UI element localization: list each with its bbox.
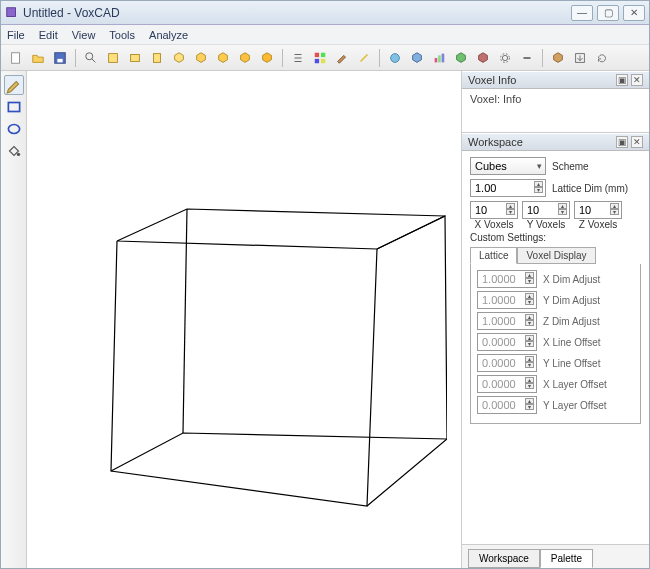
window-buttons: — ▢ ✕ [571, 5, 645, 21]
box-icon[interactable] [548, 48, 568, 68]
rectangle-tool-icon[interactable] [4, 97, 24, 117]
voxel-info-content: Voxel: Info [462, 89, 649, 133]
ellipse-tool-icon[interactable] [4, 119, 24, 139]
tab-palette-bottom[interactable]: Palette [540, 549, 593, 568]
tab-workspace-bottom[interactable]: Workspace [468, 549, 540, 568]
setting-input-5[interactable]: 0.0000▴▾ [477, 375, 537, 393]
view-top-icon[interactable] [103, 48, 123, 68]
setting-label-3: X Line Offset [543, 337, 601, 348]
zoom-icon[interactable] [81, 48, 101, 68]
y-voxels-input[interactable]: 10▴▾ [522, 201, 570, 219]
tab-lattice[interactable]: Lattice [470, 247, 517, 264]
x-voxels-label: X Voxels [470, 219, 518, 230]
main-toolbar [1, 45, 649, 71]
sim-icon[interactable] [407, 48, 427, 68]
workspace-body: Cubes Scheme 1.00▴▾ Lattice Dim (mm) 10▴… [462, 151, 649, 544]
x-voxels-input[interactable]: 10▴▾ [470, 201, 518, 219]
wireframe-cube [67, 161, 447, 521]
minimize-button[interactable]: — [571, 5, 593, 21]
view-iso3-icon[interactable] [213, 48, 233, 68]
physics-icon[interactable] [385, 48, 405, 68]
svg-point-26 [16, 153, 19, 156]
open-file-icon[interactable] [28, 48, 48, 68]
setting-label-4: Y Line Offset [543, 358, 600, 369]
gear-icon[interactable] [495, 48, 515, 68]
tab-voxel-display[interactable]: Voxel Display [517, 247, 595, 264]
cube-multi-icon[interactable] [473, 48, 493, 68]
svg-rect-3 [57, 58, 62, 62]
svg-rect-6 [109, 53, 118, 62]
view-iso4-icon[interactable] [235, 48, 255, 68]
svg-rect-15 [321, 58, 325, 62]
svg-rect-7 [131, 54, 140, 61]
bucket-tool-icon[interactable] [4, 141, 24, 161]
dock-icon[interactable]: ▣ [616, 136, 628, 148]
svg-point-17 [391, 53, 400, 62]
z-voxels-input[interactable]: 10▴▾ [574, 201, 622, 219]
voxel-info-title: Voxel Info [468, 74, 516, 86]
dock-icon[interactable]: ▣ [616, 74, 628, 86]
lattice-dim-input[interactable]: 1.00▴▾ [470, 179, 546, 197]
menu-view[interactable]: View [72, 29, 96, 41]
lattice-tab-body: 1.0000▴▾X Dim Adjust1.0000▴▾Y Dim Adjust… [470, 264, 641, 424]
svg-rect-12 [315, 52, 319, 56]
setting-input-6[interactable]: 0.0000▴▾ [477, 396, 537, 414]
menu-edit[interactable]: Edit [39, 29, 58, 41]
viewport-canvas[interactable] [27, 71, 461, 568]
brush-icon[interactable] [332, 48, 352, 68]
setting-input-4[interactable]: 0.0000▴▾ [477, 354, 537, 372]
close-button[interactable]: ✕ [623, 5, 645, 21]
voxel-info-header: Voxel Info ▣ ✕ [462, 71, 649, 89]
maximize-button[interactable]: ▢ [597, 5, 619, 21]
workspace-title: Workspace [468, 136, 523, 148]
svg-line-5 [92, 58, 96, 62]
refresh-icon[interactable] [592, 48, 612, 68]
palette-icon[interactable] [310, 48, 330, 68]
menu-tools[interactable]: Tools [109, 29, 135, 41]
view-iso5-icon[interactable] [257, 48, 277, 68]
view-front-icon[interactable] [125, 48, 145, 68]
setting-label-0: X Dim Adjust [543, 274, 600, 285]
setting-input-0[interactable]: 1.0000▴▾ [477, 270, 537, 288]
menu-analyze[interactable]: Analyze [149, 29, 188, 41]
setting-label-1: Y Dim Adjust [543, 295, 600, 306]
pencil-tool-icon[interactable] [4, 75, 24, 95]
scheme-select[interactable]: Cubes [470, 157, 546, 175]
new-file-icon[interactable] [6, 48, 26, 68]
export-icon[interactable] [570, 48, 590, 68]
app-window: Untitled - VoxCAD — ▢ ✕ File Edit View T… [0, 0, 650, 569]
link-icon[interactable] [517, 48, 537, 68]
lattice-dim-label: Lattice Dim (mm) [552, 183, 628, 194]
svg-rect-0 [7, 7, 16, 16]
setting-input-1[interactable]: 1.0000▴▾ [477, 291, 537, 309]
y-voxels-label: Y Voxels [522, 219, 570, 230]
window-title: Untitled - VoxCAD [23, 6, 571, 20]
wand-icon[interactable] [354, 48, 374, 68]
list-icon[interactable] [288, 48, 308, 68]
setting-input-2[interactable]: 1.0000▴▾ [477, 312, 537, 330]
view-side-icon[interactable] [147, 48, 167, 68]
svg-rect-20 [442, 53, 445, 62]
svg-rect-14 [315, 58, 319, 62]
menubar: File Edit View Tools Analyze [1, 25, 649, 45]
svg-rect-13 [321, 52, 325, 56]
menu-file[interactable]: File [7, 29, 25, 41]
svg-point-4 [86, 52, 93, 59]
close-panel-icon[interactable]: ✕ [631, 74, 643, 86]
setting-label-6: Y Layer Offset [543, 400, 607, 411]
right-panel: Voxel Info ▣ ✕ Voxel: Info Workspace ▣ ✕… [461, 71, 649, 568]
view-iso2-icon[interactable] [191, 48, 211, 68]
svg-rect-1 [12, 52, 20, 63]
save-file-icon[interactable] [50, 48, 70, 68]
close-panel-icon[interactable]: ✕ [631, 136, 643, 148]
setting-input-3[interactable]: 0.0000▴▾ [477, 333, 537, 351]
scheme-label: Scheme [552, 161, 589, 172]
z-voxels-label: Z Voxels [574, 219, 622, 230]
chart-icon[interactable] [429, 48, 449, 68]
bottom-tabs: Workspace Palette [462, 544, 649, 568]
view-iso1-icon[interactable] [169, 48, 189, 68]
workspace-header: Workspace ▣ ✕ [462, 133, 649, 151]
setting-label-2: Z Dim Adjust [543, 316, 600, 327]
left-toolbar [1, 71, 27, 568]
cube-green-icon[interactable] [451, 48, 471, 68]
